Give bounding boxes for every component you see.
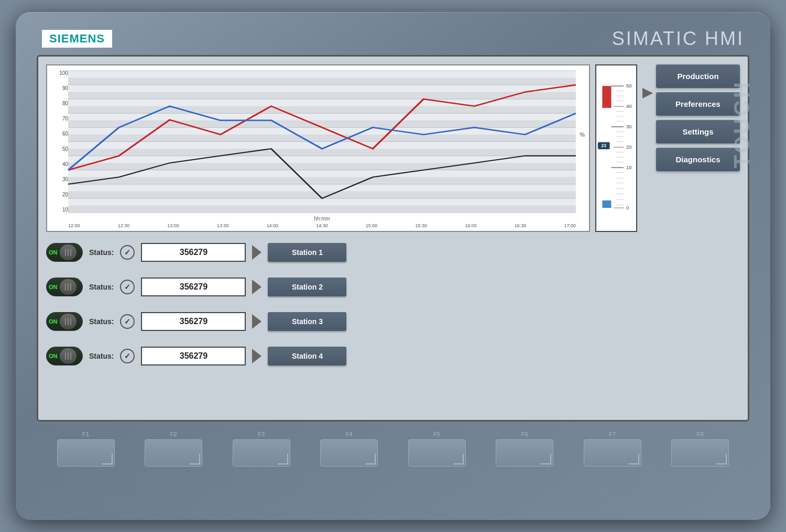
check-icon-1: ✓ xyxy=(124,248,130,257)
y-label-80: 80 xyxy=(62,101,68,106)
arrow-indicator-1 xyxy=(252,245,261,260)
fkey-button-f1[interactable] xyxy=(57,439,115,467)
svg-text:23: 23 xyxy=(601,143,606,148)
svg-text:50: 50 xyxy=(626,83,632,88)
y-label-100: 100 xyxy=(59,71,68,76)
fkey-label-f2: F2 xyxy=(170,431,177,437)
arrow-indicator-3 xyxy=(252,314,261,329)
check-icon-3: ✓ xyxy=(124,317,130,326)
status-label-3: Status: xyxy=(89,317,114,326)
knob-line-4a xyxy=(65,352,66,360)
y-label-70: 70 xyxy=(62,116,68,121)
y-label-20: 20 xyxy=(62,192,68,197)
fkey-button-f4[interactable] xyxy=(320,439,378,467)
svg-marker-50 xyxy=(642,88,653,98)
svg-text:40: 40 xyxy=(626,103,632,109)
on-toggle-3[interactable]: ON xyxy=(46,312,83,331)
y-label-10: 10 xyxy=(62,207,68,213)
chart-x-labels: 12:00 12:30 13:00 13:30 14:00 14:30 15:0… xyxy=(68,223,576,228)
knob-line-2b xyxy=(68,283,69,291)
x-label-1300: 13:00 xyxy=(167,223,179,228)
svg-text:20: 20 xyxy=(626,144,632,150)
on-label-3: ON xyxy=(49,318,58,325)
settings-button[interactable]: Settings xyxy=(656,120,740,143)
knob-line-4c xyxy=(70,352,71,360)
fkey-group-f1: F1 xyxy=(57,431,115,467)
status-label-1: Status: xyxy=(89,248,114,257)
status-label-2: Status: xyxy=(89,283,114,291)
y-label-40: 40 xyxy=(62,162,68,167)
knob-line-4b xyxy=(68,352,69,360)
header-area: SIEMENS SIMATIC HMI xyxy=(26,23,760,52)
x-label-1430: 14:30 xyxy=(316,223,328,228)
station-button-3[interactable]: Station 3 xyxy=(268,312,346,331)
status-check-3: ✓ xyxy=(120,314,135,329)
fkey-group-f8: F8 xyxy=(671,431,729,467)
production-button[interactable]: Production xyxy=(656,64,740,88)
value-display-3: 356279 xyxy=(141,312,246,331)
stations-area: ON Status: ✓ 356279 Station 1 xyxy=(46,237,740,371)
fkey-group-f7: F7 xyxy=(584,431,641,467)
x-label-1700: 17:00 xyxy=(564,223,576,228)
value-display-1: 356279 xyxy=(141,243,246,262)
knob-line-3b xyxy=(68,318,69,325)
knob-line-2c xyxy=(70,283,71,291)
x-label-1230: 12:30 xyxy=(118,223,130,228)
fkey-group-f4: F4 xyxy=(320,431,378,467)
touch-label: TOUCH xyxy=(729,80,755,169)
on-label-2: ON xyxy=(49,284,58,290)
fkey-button-f5[interactable] xyxy=(408,439,466,467)
y-label-60: 60 xyxy=(62,131,68,137)
status-check-4: ✓ xyxy=(120,349,135,363)
simatic-title: SIMATIC HMI xyxy=(612,28,744,50)
knob-line-2a xyxy=(65,283,66,291)
fkey-label-f1: F1 xyxy=(82,431,89,437)
status-check-2: ✓ xyxy=(120,280,135,294)
on-toggle-1[interactable]: ON xyxy=(46,243,83,262)
value-display-2: 356279 xyxy=(141,278,246,296)
fkey-button-f3[interactable] xyxy=(233,439,290,467)
station-row-3: ON Status: ✓ 356279 Station 3 xyxy=(46,306,740,337)
fkey-button-f6[interactable] xyxy=(496,439,553,467)
knob-line-1c xyxy=(70,249,71,256)
fkey-label-f4: F4 xyxy=(346,431,353,437)
fkey-label-f3: F3 xyxy=(258,431,265,437)
right-section: Production Preferences Settings Diagnost… xyxy=(642,64,740,232)
device-body: SIEMENS SIMATIC HMI TOUCH 100 90 80 70 6… xyxy=(16,12,770,520)
x-label-1630: 16:30 xyxy=(515,223,527,228)
fkey-button-f8[interactable] xyxy=(671,439,729,467)
fkey-label-f5: F5 xyxy=(433,431,440,437)
fkey-group-f6: F6 xyxy=(496,431,553,467)
nav-buttons: Production Preferences Settings Diagnost… xyxy=(656,64,740,175)
fkey-group-f2: F2 xyxy=(145,431,202,467)
chart-svg xyxy=(68,71,576,213)
diagnostics-button[interactable]: Diagnostics xyxy=(656,148,740,171)
knob-line-1b xyxy=(68,249,69,256)
chart-x-title: hh:mm xyxy=(68,216,576,221)
x-label-1200: 12:00 xyxy=(68,223,80,228)
fkey-button-f2[interactable] xyxy=(145,439,202,467)
status-label-4: Status: xyxy=(89,352,114,360)
arrow-indicator-2 xyxy=(252,280,261,294)
toggle-knob-1 xyxy=(60,245,77,260)
station-button-2[interactable]: Station 2 xyxy=(268,278,346,296)
preferences-button[interactable]: Preferences xyxy=(656,92,740,116)
gauge-container: 50 40 30 20 10 xyxy=(595,64,637,232)
x-label-1600: 16:00 xyxy=(465,223,477,228)
toggle-knob-4 xyxy=(60,348,77,364)
percent-label: % xyxy=(580,131,585,138)
fkey-button-f7[interactable] xyxy=(584,439,641,467)
on-label-1: ON xyxy=(49,249,58,256)
station-button-1[interactable]: Station 1 xyxy=(268,243,346,262)
station-button-4[interactable]: Station 4 xyxy=(268,347,346,365)
knob-line-3c xyxy=(70,318,71,325)
gauge-inner: 50 40 30 20 10 xyxy=(596,65,636,231)
status-check-1: ✓ xyxy=(120,245,135,260)
arrow-indicator-4 xyxy=(252,349,261,363)
station-row-2: ON Status: ✓ 356279 Station 2 xyxy=(46,272,740,302)
gauge-arrow xyxy=(642,85,653,103)
toggle-knob-2 xyxy=(60,279,77,295)
on-toggle-4[interactable]: ON xyxy=(46,347,83,365)
fkey-group-f5: F5 xyxy=(408,431,466,467)
on-toggle-2[interactable]: ON xyxy=(46,278,83,296)
